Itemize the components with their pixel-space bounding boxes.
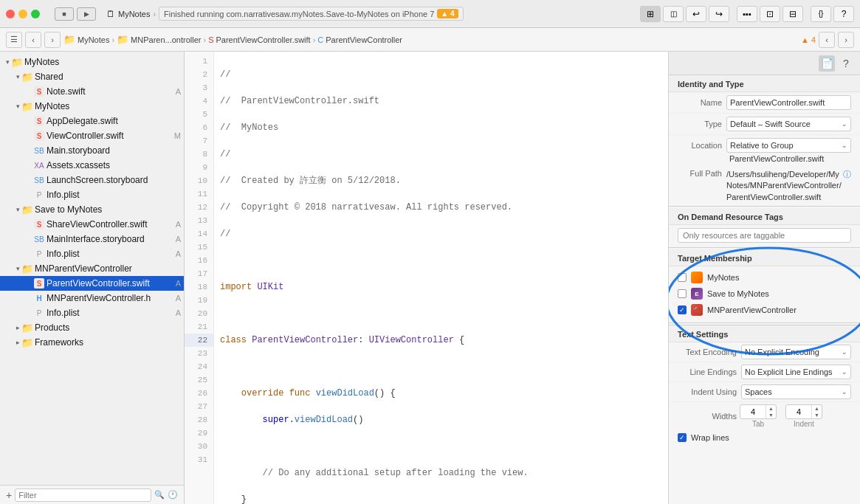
storyboard-icon-main-interface: SB — [34, 234, 44, 244]
type-field-row: Type Default – Swift Source ⌄ — [669, 114, 860, 135]
sidebar-label-sharevc: ShareViewController.swift — [47, 219, 173, 229]
stop-button[interactable]: ■ — [55, 7, 74, 21]
sidebar-item-assets[interactable]: XA Assets.xcassets — [0, 158, 184, 173]
checkbox-save[interactable] — [678, 289, 687, 298]
add-icon[interactable]: + — [6, 489, 12, 501]
tab-step-down[interactable]: ▼ — [766, 412, 776, 418]
layout-2-button[interactable]: ⊡ — [760, 6, 780, 22]
checkbox-mn[interactable] — [678, 305, 687, 314]
minimize-button[interactable] — [18, 10, 27, 18]
forward-nav-button[interactable]: › — [44, 32, 61, 48]
sidebar-item-appdelegate[interactable]: S AppDelegate.swift — [0, 114, 184, 128]
line-num-3: 3 — [185, 81, 213, 94]
question-button[interactable]: ? — [833, 6, 854, 22]
indent-input-box: ▲ ▼ — [785, 404, 822, 419]
path-info-button[interactable]: ⓘ — [843, 169, 851, 180]
code-line-2: // ParentViewController.swift — [220, 94, 662, 108]
line-num-24: 24 — [185, 360, 213, 373]
tab-step-up[interactable]: ▲ — [766, 405, 776, 412]
code-text[interactable]: // // ParentViewController.swift // MyNo… — [214, 52, 668, 504]
quick-help-button[interactable]: ? — [838, 55, 854, 72]
code-line-1: // — [220, 68, 662, 81]
indent-width-input[interactable] — [786, 405, 811, 418]
tab-width-input[interactable] — [740, 405, 766, 418]
text-settings-section: Text Settings Text Encoding No Explicit … — [669, 325, 860, 445]
inspector-button[interactable]: {} — [811, 6, 831, 22]
line-num-31: 31 — [185, 453, 213, 466]
nav-prev-button[interactable]: ‹ — [819, 32, 835, 48]
filter-input[interactable] — [15, 489, 151, 502]
type-value: Default – Swift Source — [730, 120, 811, 128]
sidebar: 📁 MyNotes 📁 Shared S Note.swift A — [0, 52, 185, 504]
sidebar-item-note-swift[interactable]: S Note.swift A — [0, 84, 184, 99]
wrap-checkbox[interactable] — [678, 433, 687, 442]
on-demand-tags-area — [669, 225, 860, 246]
file-inspector-button[interactable]: 📄 — [819, 55, 835, 72]
widths-label: Widths — [678, 412, 737, 421]
forward-button[interactable]: ↪ — [709, 6, 729, 22]
warning-button[interactable]: ▲ 4 — [801, 35, 816, 44]
back-button[interactable]: ↩ — [686, 6, 706, 22]
target-membership-container: Target Membership MyNotes E Save to MyNo… — [669, 249, 860, 321]
path-mn-label: MNParen...ontroller — [131, 35, 201, 44]
sidebar-item-parentvc[interactable]: S ParentViewController.swift A — [0, 276, 184, 291]
name-text-field[interactable]: ParentViewController.swift — [726, 95, 851, 110]
indent-step-down[interactable]: ▼ — [811, 412, 822, 418]
line-num-10: 10 — [185, 174, 213, 187]
indent-using-dropdown[interactable]: Spaces ⌄ — [741, 384, 851, 399]
layout-3-button[interactable]: ⊟ — [782, 6, 803, 22]
status-text: Finished running com.narrativesaw.myNote… — [164, 10, 434, 18]
recent-icon[interactable]: 🕐 — [168, 490, 178, 500]
sidebar-item-info-plist-1[interactable]: P Info.plist — [0, 187, 184, 202]
sidebar-item-mynotes-group[interactable]: 📁 MyNotes — [0, 99, 184, 114]
sidebar-label-shared: Shared — [35, 72, 181, 82]
line-num-9: 9 — [185, 161, 213, 174]
text-encoding-dropdown[interactable]: No Explicit Encoding ⌄ — [741, 345, 851, 359]
sidebar-item-info-plist-2[interactable]: P Info.plist A — [0, 246, 184, 261]
sidebar-item-mn-group[interactable]: 📁 MNParentViewController — [0, 261, 184, 276]
sidebar-label-save-group: Save to MyNotes — [35, 204, 181, 215]
sidebar-item-shared[interactable]: 📁 Shared — [0, 69, 184, 84]
tab-sublabel: Tab — [752, 420, 764, 428]
line-num-15: 15 — [185, 241, 213, 254]
sidebar-toggle-button[interactable]: ☰ — [6, 32, 22, 48]
location-block: Location Relative to Group ⌄ ParentViewC… — [669, 135, 860, 168]
code-editor[interactable]: 1 2 3 4 5 6 7 8 9 10 11 12 13 14 15 16 1 — [185, 52, 668, 504]
indent-width-group: ▲ ▼ Indent — [785, 404, 822, 428]
folder-icon-shared: 📁 — [22, 72, 32, 82]
text-encoding-label: Text Encoding — [678, 348, 737, 356]
indent-step-up[interactable]: ▲ — [811, 405, 822, 412]
layout-1-button[interactable]: ▪▪▪ — [737, 6, 757, 22]
sidebar-item-mnparentvc-h[interactable]: H MNParentViewController.h A — [0, 291, 184, 305]
nav-next-button[interactable]: › — [838, 32, 854, 48]
sidebar-item-frameworks[interactable]: 📁 Frameworks — [0, 335, 184, 350]
sidebar-item-mynotes-root[interactable]: 📁 MyNotes — [0, 55, 184, 69]
sidebar-item-products[interactable]: 📁 Products — [0, 320, 184, 335]
type-field-value: Default – Swift Source ⌄ — [726, 117, 851, 131]
location-dropdown[interactable]: Relative to Group ⌄ — [726, 138, 851, 153]
back-nav-button[interactable]: ‹ — [25, 32, 41, 48]
line-endings-dropdown[interactable]: No Explicit Line Endings ⌄ — [741, 365, 851, 379]
grid-view-button[interactable]: ⊞ — [640, 6, 661, 22]
sidebar-item-sharevc[interactable]: S ShareViewController.swift A — [0, 217, 184, 232]
close-button[interactable] — [6, 10, 15, 18]
maximize-button[interactable] — [31, 10, 40, 18]
full-path-label: Full Path — [678, 169, 722, 203]
sidebar-item-viewcontroller[interactable]: S ViewController.swift M — [0, 128, 184, 143]
sidebar-item-main-storyboard[interactable]: SB Main.storyboard — [0, 143, 184, 158]
full-path-value: /Users/hsuliheng/Developer/MyNotes/MNPar… — [726, 169, 851, 203]
sidebar-item-launchscreen[interactable]: SB LaunchScreen.storyboard — [0, 173, 184, 187]
code-line-14: super.viewDidLoad() — [220, 413, 662, 427]
line-num-11: 11 — [185, 187, 213, 201]
sidebar-file-tree: 📁 MyNotes 📁 Shared S Note.swift A — [0, 52, 184, 485]
sidebar-item-save-group[interactable]: 📁 Save to MyNotes — [0, 202, 184, 217]
checkbox-mynotes[interactable] — [678, 273, 687, 282]
title-app-icon: 🗒 — [106, 9, 115, 19]
text-encoding-value: No Explicit Encoding — [745, 348, 819, 356]
view-button-2[interactable]: ◫ — [663, 6, 684, 22]
tags-input[interactable] — [678, 228, 851, 243]
type-dropdown[interactable]: Default – Swift Source ⌄ — [726, 117, 851, 131]
sidebar-item-maininterface[interactable]: SB MainInterface.storyboard A — [0, 232, 184, 246]
sidebar-item-info-plist-3[interactable]: P Info.plist A — [0, 305, 184, 320]
play-button[interactable]: ▶ — [77, 7, 96, 21]
